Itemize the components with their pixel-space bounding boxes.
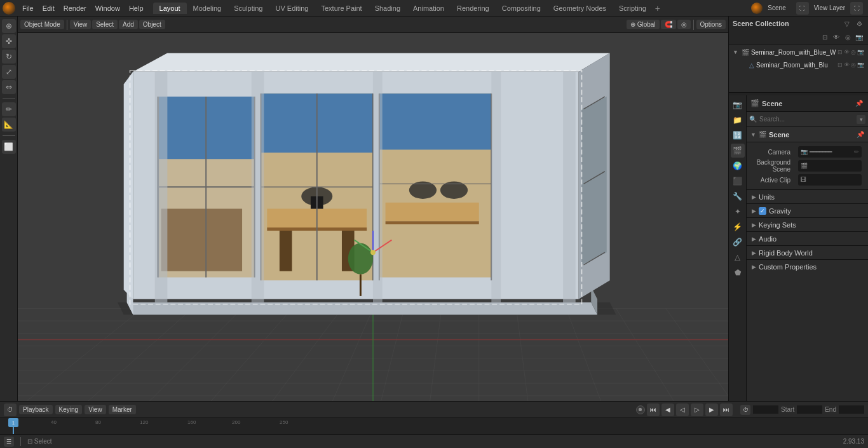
timeline-marker-btn[interactable]: Marker bbox=[109, 405, 136, 414]
timeline-clock-icon[interactable]: ⏱ bbox=[740, 405, 750, 415]
props-constraints-button[interactable]: 🔗 bbox=[731, 235, 745, 249]
transform-tool-button[interactable]: ⇔ bbox=[2, 80, 16, 94]
item-viewport-2[interactable]: 👁 bbox=[844, 62, 850, 68]
timeline-step-back-button[interactable]: ◀ bbox=[661, 404, 674, 416]
options-button[interactable]: Options bbox=[696, 20, 726, 29]
camera-value[interactable]: 📷 ━━━━━━━ ✏ bbox=[798, 146, 862, 158]
view-layer-expand-button[interactable]: ⛶ bbox=[850, 2, 863, 15]
add-workspace-button[interactable]: + bbox=[655, 3, 660, 13]
units-subsection-header[interactable]: ▶ Units bbox=[747, 189, 868, 203]
item-render-2[interactable]: 📷 bbox=[857, 62, 864, 68]
timeline-view-btn[interactable]: View bbox=[85, 405, 106, 414]
timeline-start-frame-input[interactable]: 1 bbox=[797, 405, 822, 414]
background-scene-value[interactable]: 🎬 bbox=[798, 160, 862, 172]
workspace-tab-compositing[interactable]: Compositing bbox=[496, 3, 547, 14]
workspace-tab-modeling[interactable]: Modeling bbox=[187, 3, 228, 14]
snap-button[interactable]: 🧲 bbox=[661, 20, 676, 29]
workspace-tab-geometry-nodes[interactable]: Geometry Nodes bbox=[547, 3, 613, 14]
item-viewport-1[interactable]: 👁 bbox=[844, 49, 850, 55]
scene-section-header[interactable]: ▼ 🎬 Scene 📌 bbox=[747, 127, 868, 142]
transform-orientation-button[interactable]: ⊕ Global bbox=[627, 20, 660, 29]
props-scene-button[interactable]: 🎬 bbox=[731, 144, 745, 158]
measure-tool-button[interactable]: 📐 bbox=[2, 118, 16, 132]
active-clip-value[interactable]: 🎞 bbox=[798, 174, 862, 186]
props-filter-dropdown[interactable]: ▾ bbox=[857, 115, 865, 124]
workspace-tab-uv[interactable]: UV Editing bbox=[269, 3, 315, 14]
workspace-tab-sculpting[interactable]: Sculpting bbox=[227, 3, 269, 14]
timeline-editor-icon[interactable]: ⏱ bbox=[4, 404, 17, 416]
workspace-tab-scripting[interactable]: Scripting bbox=[613, 3, 653, 14]
props-world-button[interactable]: 🌍 bbox=[731, 159, 745, 173]
timeline-ruler[interactable]: 1 40 80 120 160 200 250 1 bbox=[0, 418, 868, 434]
status-editor-icon[interactable]: ☰ bbox=[4, 437, 14, 447]
gravity-subsection-header[interactable]: ▶ Gravity bbox=[747, 203, 868, 217]
cursor-tool-button[interactable]: ⊕ bbox=[2, 19, 16, 33]
props-particles-button[interactable]: ✦ bbox=[731, 205, 745, 219]
custom-props-subsection-header[interactable]: ▶ Custom Properties bbox=[747, 259, 868, 273]
keying-sets-subsection-header[interactable]: ▶ Keying Sets bbox=[747, 217, 868, 231]
outliner-col-restrict-icon[interactable]: ⊡ bbox=[820, 32, 830, 43]
viewport-view-menu[interactable]: View bbox=[70, 20, 92, 29]
props-modifiers-button[interactable]: 🔧 bbox=[731, 189, 745, 203]
menu-file[interactable]: File bbox=[18, 3, 38, 13]
move-tool-button[interactable]: ✜ bbox=[2, 34, 16, 48]
outliner-item-scene[interactable]: ▼ 🎬 Seminar_Room_with_Blue_W ⊡ 👁 ◎ 📷 bbox=[729, 46, 868, 58]
workspace-tab-rendering[interactable]: Rendering bbox=[451, 3, 496, 14]
scale-tool-button[interactable]: ⤢ bbox=[2, 65, 16, 79]
outliner-col-render-icon[interactable]: 📷 bbox=[854, 32, 864, 43]
props-material-button[interactable]: ⬟ bbox=[731, 266, 745, 280]
timeline-playback-btn[interactable]: Playback bbox=[19, 405, 53, 414]
camera-edit-icon[interactable]: ✏ bbox=[854, 149, 859, 155]
menu-render[interactable]: Render bbox=[59, 3, 91, 13]
outliner-col-select-icon[interactable]: ◎ bbox=[843, 32, 853, 43]
timeline-play-button[interactable]: ▷ bbox=[691, 404, 703, 416]
item-restrict-1[interactable]: ⊡ bbox=[837, 49, 843, 55]
fullscreen-button[interactable]: ⛶ bbox=[796, 2, 809, 15]
outliner-col-viewport-icon[interactable]: 👁 bbox=[831, 32, 841, 43]
outliner-item-mesh[interactable]: ▶ △ Seminar_Room_with_Blu ⊡ 👁 ◎ 📷 bbox=[729, 58, 868, 71]
viewport-object-menu[interactable]: Object bbox=[139, 20, 165, 29]
menu-help[interactable]: Help bbox=[125, 3, 148, 13]
timeline-jump-end-button[interactable]: ⏭ bbox=[720, 404, 733, 416]
outliner-settings-icon[interactable]: ⚙ bbox=[854, 18, 864, 29]
props-view-layer-button[interactable]: 🔢 bbox=[731, 128, 745, 142]
timeline-end-frame-input[interactable]: 250 bbox=[839, 405, 864, 414]
gravity-checkbox[interactable] bbox=[759, 207, 766, 215]
item-name-1: Seminar_Room_with_Blue_W bbox=[751, 49, 836, 56]
timeline-step-forward-button[interactable]: ▶ bbox=[705, 404, 718, 416]
props-output-button[interactable]: 📁 bbox=[731, 113, 745, 127]
timeline-record-button[interactable]: ⏺ bbox=[636, 405, 645, 414]
item-select-1[interactable]: ◎ bbox=[851, 49, 856, 55]
viewport-select-menu[interactable]: Select bbox=[92, 20, 118, 29]
timeline-play-reverse-button[interactable]: ◁ bbox=[676, 404, 689, 416]
add-cube-button[interactable]: ⬜ bbox=[2, 140, 16, 154]
viewport-add-menu[interactable]: Add bbox=[119, 20, 138, 29]
item-restrict-2[interactable]: ⊡ bbox=[837, 62, 843, 68]
workspace-tab-texture-paint[interactable]: Texture Paint bbox=[315, 3, 368, 14]
props-render-button[interactable]: 📷 bbox=[731, 98, 745, 112]
menu-edit[interactable]: Edit bbox=[38, 3, 59, 13]
menu-window[interactable]: Window bbox=[91, 3, 125, 13]
timeline-current-frame-input[interactable]: 1 bbox=[753, 405, 778, 414]
workspace-tab-animation[interactable]: Animation bbox=[407, 3, 451, 14]
timeline-keying-btn[interactable]: Keying bbox=[55, 405, 83, 414]
rigid-body-world-subsection-header[interactable]: ▶ Rigid Body World bbox=[747, 245, 868, 259]
viewport-mode-button[interactable]: Object Mode bbox=[20, 20, 64, 29]
item-render-1[interactable]: 📷 bbox=[857, 49, 864, 55]
props-object-button[interactable]: ⬛ bbox=[731, 174, 745, 188]
toolbar-separator-1 bbox=[3, 98, 15, 98]
outliner-filter-icon[interactable]: ▽ bbox=[842, 18, 852, 29]
item-select-2[interactable]: ◎ bbox=[851, 62, 856, 68]
workspace-tab-shading[interactable]: Shading bbox=[369, 3, 407, 14]
scene-section-pin[interactable]: 📌 bbox=[857, 131, 864, 138]
timeline-jump-start-button[interactable]: ⏮ bbox=[647, 404, 660, 416]
props-data-button[interactable]: △ bbox=[731, 250, 745, 264]
audio-subsection-header[interactable]: ▶ Audio bbox=[747, 231, 868, 245]
props-physics-button[interactable]: ⚡ bbox=[731, 220, 745, 234]
annotate-tool-button[interactable]: ✏ bbox=[2, 102, 16, 116]
props-search-input[interactable] bbox=[759, 116, 854, 123]
workspace-tab-layout[interactable]: Layout bbox=[153, 3, 187, 14]
props-pin-button[interactable]: 📌 bbox=[854, 98, 864, 109]
rotate-tool-button[interactable]: ↻ bbox=[2, 50, 16, 64]
proportional-edit-button[interactable]: ◎ bbox=[677, 20, 691, 29]
